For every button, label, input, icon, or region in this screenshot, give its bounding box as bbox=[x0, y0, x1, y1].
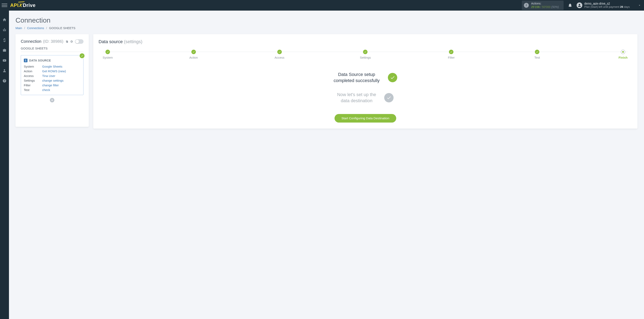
user-plan-days: 26 bbox=[620, 5, 623, 8]
connection-id: (ID: 38986) bbox=[43, 39, 63, 44]
connection-title: Connection bbox=[21, 39, 41, 44]
datasource-grid: SystemGoogle SheetsActionGet ROWS (new)A… bbox=[24, 65, 80, 92]
connection-service: GOOGLE SHEETS bbox=[21, 46, 84, 52]
avatar[interactable] bbox=[576, 2, 582, 8]
wizard-step-label: Access bbox=[274, 56, 284, 59]
sidebar-item-help[interactable] bbox=[2, 78, 7, 83]
expand-button[interactable] bbox=[638, 4, 641, 7]
wizard-step-action[interactable]: Action bbox=[186, 50, 201, 59]
datasource-row-link[interactable]: Google Sheets bbox=[42, 65, 62, 68]
finish-success-text: Data Source setup completed successfully bbox=[334, 72, 380, 84]
datasource-settings-card: Data source (settings) SystemActionAcces… bbox=[93, 34, 638, 129]
topbar: API X Drive i Actions: 25'156 / 50'000 (… bbox=[0, 0, 644, 10]
success-check-icon bbox=[388, 73, 397, 82]
wizard-step-system[interactable]: System bbox=[100, 50, 115, 59]
datasource-settings-subtitle: (settings) bbox=[124, 39, 142, 44]
logo-x: X bbox=[18, 2, 22, 8]
wizard-step-dot bbox=[621, 50, 625, 54]
actions-text: Actions: 25'156 / 50'000 (50%) bbox=[531, 2, 559, 9]
finish-next-line2: data destination bbox=[341, 98, 372, 103]
logo-api: API bbox=[10, 2, 19, 8]
breadcrumb: Main / Connections / GOOGLE SHEETS bbox=[16, 26, 638, 30]
wizard-step-dot bbox=[106, 50, 110, 54]
wizard-step-dot bbox=[277, 50, 282, 54]
finish-row-next: Now let's set up the data destination bbox=[337, 92, 394, 104]
logo[interactable]: API X Drive bbox=[10, 2, 36, 8]
wizard-step-filter[interactable]: Filter bbox=[444, 50, 458, 59]
wizard-step-label: System bbox=[102, 56, 113, 59]
datasource-row-value: Tina User bbox=[42, 74, 80, 78]
finish-next-text: Now let's set up the data destination bbox=[337, 92, 376, 104]
sidebar-item-home[interactable] bbox=[2, 18, 7, 22]
finish-row-success: Data Source setup completed successfully bbox=[334, 72, 397, 84]
user-plan-suffix: days bbox=[623, 5, 630, 8]
wizard-step-label: Settings bbox=[360, 56, 371, 59]
datasource-row-value: check bbox=[42, 88, 80, 92]
actions-total-sep: / bbox=[540, 5, 542, 8]
connection-header: Connection (ID: 38986) bbox=[21, 39, 84, 44]
finish-block: Data Source setup completed successfully… bbox=[98, 72, 632, 122]
wizard-step-settings[interactable]: Settings bbox=[358, 50, 372, 59]
breadcrumb-connections[interactable]: Connections bbox=[27, 26, 44, 30]
actions-pct: (50%) bbox=[551, 5, 559, 8]
add-step-button[interactable]: + bbox=[50, 98, 54, 102]
wizard-step-dot bbox=[535, 50, 539, 54]
datasource-row-value: Google Sheets bbox=[42, 65, 80, 68]
datasource-row-value: change settings bbox=[42, 79, 80, 82]
user-plan-prefix: Plan |Start| left until payment bbox=[584, 5, 620, 8]
datasource-box[interactable]: 1 DATA SOURCE SystemGoogle SheetsActionG… bbox=[21, 55, 84, 95]
datasource-row-key: System bbox=[24, 65, 42, 68]
wizard-steps: SystemActionAccessSettingsFilterTestFini… bbox=[98, 50, 632, 59]
datasource-settings-header: Data source (settings) bbox=[98, 39, 632, 44]
datasource-row-key: Access bbox=[24, 74, 42, 78]
connection-toggle[interactable] bbox=[75, 39, 84, 44]
datasource-badge: 1 bbox=[24, 59, 28, 62]
actions-used: 25'156 bbox=[531, 5, 540, 8]
notifications-button[interactable] bbox=[568, 3, 572, 7]
actions-values: 25'156 / 50'000 (50%) bbox=[531, 5, 559, 9]
wizard-step-dot bbox=[363, 50, 368, 54]
next-check-icon bbox=[384, 93, 394, 102]
datasource-row-link[interactable]: Get ROWS (new) bbox=[42, 70, 66, 73]
datasource-title-text: DATA SOURCE bbox=[29, 59, 51, 62]
breadcrumb-main[interactable]: Main bbox=[16, 26, 22, 30]
actions-total: 50'000 bbox=[542, 5, 550, 8]
menu-toggle-button[interactable] bbox=[2, 2, 7, 8]
breadcrumb-current: GOOGLE SHEETS bbox=[49, 26, 75, 30]
finish-next-line1: Now let's set up the bbox=[337, 92, 376, 97]
datasource-row-key: Settings bbox=[24, 79, 42, 82]
breadcrumb-sep: / bbox=[24, 26, 25, 30]
wizard-step-test[interactable]: Test bbox=[530, 50, 544, 59]
sidebar-item-video[interactable] bbox=[2, 58, 7, 63]
svg-point-1 bbox=[4, 69, 5, 71]
breadcrumb-sep: / bbox=[46, 26, 47, 30]
user-name-link[interactable]: demo_apix-drive_s2 bbox=[584, 2, 630, 6]
gear-icon[interactable] bbox=[70, 40, 73, 43]
actions-label: Actions: bbox=[531, 2, 559, 5]
info-icon: i bbox=[524, 3, 529, 8]
datasource-row-link[interactable]: change filter bbox=[42, 84, 59, 87]
datasource-row-key: Filter bbox=[24, 84, 42, 87]
wizard-step-dot bbox=[449, 50, 454, 54]
sidebar bbox=[0, 10, 9, 319]
finish-success-line1: Data Source setup bbox=[338, 72, 375, 77]
duplicate-icon[interactable] bbox=[65, 40, 68, 43]
wizard-step-label: Test bbox=[534, 56, 540, 59]
user-block: demo_apix-drive_s2 Plan |Start| left unt… bbox=[584, 2, 630, 9]
start-destination-button[interactable]: Start Configuring Data Destination bbox=[334, 114, 396, 122]
wizard-step-label: Action bbox=[189, 56, 198, 59]
wizard-step-finish[interactable]: Finish bbox=[616, 50, 630, 59]
sidebar-item-services[interactable] bbox=[2, 48, 7, 52]
actions-counter[interactable]: i Actions: 25'156 / 50'000 (50%) bbox=[522, 0, 564, 10]
sidebar-item-connections[interactable] bbox=[2, 28, 7, 32]
datasource-row-key: Test bbox=[24, 88, 42, 92]
svg-point-0 bbox=[579, 4, 580, 5]
datasource-row-link[interactable]: change settings bbox=[42, 79, 64, 82]
datasource-row-link[interactable]: check bbox=[42, 88, 50, 92]
datasource-row-link[interactable]: Tina User bbox=[42, 74, 55, 78]
wizard-step-dot bbox=[192, 50, 196, 54]
sidebar-item-billing[interactable] bbox=[2, 38, 7, 42]
sidebar-item-account[interactable] bbox=[2, 68, 7, 73]
datasource-check-icon bbox=[80, 53, 84, 58]
wizard-step-access[interactable]: Access bbox=[272, 50, 287, 59]
